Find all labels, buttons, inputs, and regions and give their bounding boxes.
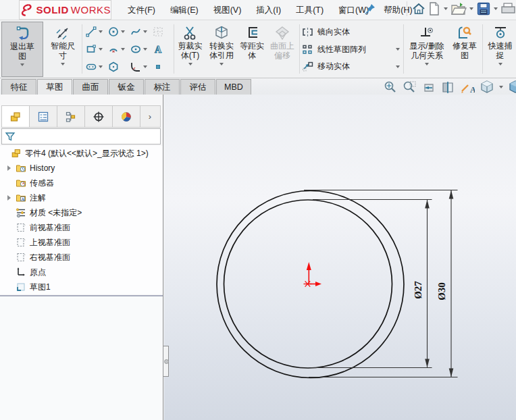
offset-entities-button[interactable]: 等距实体	[238, 22, 266, 77]
tab-features[interactable]: 特征	[1, 79, 36, 95]
circle-dropdown-icon[interactable]	[121, 30, 125, 33]
tree-root-part[interactable]: 零件4 (默认<<默认>_显示状态 1>)	[0, 146, 163, 161]
smart-dimension-icon	[55, 24, 71, 42]
menu-insert[interactable]: 插入(I)	[249, 1, 288, 20]
tab-dimxpert-manager[interactable]	[85, 106, 113, 127]
tab-evaluate[interactable]: 评估	[180, 79, 215, 95]
panel-tabs-overflow-chevron[interactable]: ›	[140, 106, 159, 127]
previous-view-icon[interactable]	[421, 80, 436, 95]
ellipse-dropdown-icon[interactable]	[143, 48, 147, 51]
tree-item-sensors[interactable]: 传感器	[0, 176, 163, 190]
linear-pattern-label: 线性草图阵列	[317, 44, 366, 55]
tab-featuremanager-tree[interactable]	[2, 106, 30, 127]
trim-entities-button[interactable]: 剪裁实体(T)	[175, 22, 205, 77]
point-tool[interactable]	[151, 58, 173, 76]
section-view-icon[interactable]	[440, 80, 455, 95]
point-icon	[152, 61, 164, 73]
save-icon[interactable]	[476, 1, 491, 16]
fillet-dropdown-icon[interactable]	[143, 65, 147, 68]
tree-item-annotations[interactable]: A 注解	[0, 190, 163, 205]
smart-dimension-dropdown-icon[interactable]	[61, 63, 65, 65]
tab-sketch[interactable]: 草图	[37, 79, 72, 95]
mirror-entities-button[interactable]: 镜向实体	[302, 24, 402, 41]
move-entities-icon	[302, 61, 313, 72]
relations-dropdown-icon[interactable]	[425, 63, 429, 65]
display-style-icon[interactable]	[508, 80, 516, 95]
spline-dropdown-icon[interactable]	[143, 30, 147, 33]
convert-dropdown-icon[interactable]	[220, 63, 224, 65]
tree-item-history[interactable]: History	[0, 161, 163, 176]
expander-icon[interactable]	[7, 195, 11, 201]
arc-dropdown-icon[interactable]	[121, 48, 125, 51]
surface-offset-label: 曲面上偏移	[269, 42, 296, 60]
zoom-to-area-icon[interactable]	[402, 80, 416, 95]
expander-icon[interactable]	[7, 165, 11, 171]
tree-item-material[interactable]: 材质 <未指定>	[0, 205, 163, 220]
tab-sheet-metal[interactable]: 钣金	[109, 79, 144, 95]
menu-view[interactable]: 视图(V)	[206, 1, 249, 20]
quick-snaps-dropdown-icon[interactable]	[498, 63, 502, 65]
smart-dimension-button[interactable]: 智能尺寸	[45, 22, 80, 77]
view-orientation-dropdown-icon[interactable]	[499, 86, 503, 88]
ellipse-tool[interactable]	[128, 41, 151, 58]
tree-item-sketch1[interactable]: 草图1	[0, 280, 163, 294]
rectangle-tool[interactable]	[84, 41, 106, 58]
view-orientation-cube-icon[interactable]	[480, 80, 494, 95]
filter-funnel-icon	[5, 131, 16, 142]
tree-item-right-plane[interactable]: 右视基准面	[0, 250, 163, 265]
repair-sketch-button[interactable]: 修复草图	[449, 22, 480, 77]
exit-sketch-button[interactable]: 退出草图	[1, 22, 43, 77]
tree-item-origin[interactable]: 原点	[0, 265, 163, 280]
graphics-area[interactable]: Ø27 Ø30	[164, 95, 516, 420]
text-tool[interactable]: A	[151, 41, 173, 58]
spline-tool[interactable]	[128, 23, 151, 41]
trim-dropdown-icon[interactable]	[188, 63, 192, 65]
quick-snaps-button[interactable]: 快速捕捉	[485, 22, 515, 77]
linear-pattern-button[interactable]: 线性草图阵列	[302, 41, 402, 59]
dimension-d27[interactable]: Ø27	[309, 200, 432, 368]
slot-tool[interactable]	[84, 58, 106, 76]
polygon-tool[interactable]	[106, 58, 128, 76]
home-icon[interactable]	[411, 1, 426, 16]
menu-tools[interactable]: 工具(T)	[288, 1, 331, 20]
menu-file[interactable]: 文件(F)	[120, 1, 163, 20]
dimension-d30[interactable]: Ø30	[304, 190, 458, 377]
rectangle-dropdown-icon[interactable]	[99, 48, 103, 51]
circle-tool[interactable]	[106, 23, 128, 41]
menu-edit[interactable]: 编辑(E)	[163, 1, 206, 20]
convert-entities-button[interactable]: 转换实体引用	[206, 22, 237, 77]
move-entities-dropdown-icon[interactable]	[396, 65, 400, 68]
tree-item-top-plane[interactable]: 上视基准面	[0, 235, 163, 250]
tab-configuration-manager[interactable]	[57, 106, 85, 127]
display-delete-relations-button[interactable]: 显示/删除几何关系	[406, 22, 448, 77]
slot-dropdown-icon[interactable]	[99, 65, 103, 68]
tree-item-front-plane[interactable]: 前视基准面	[0, 220, 163, 235]
tab-surfaces[interactable]: 曲面	[73, 79, 108, 95]
arc-tool[interactable]	[106, 41, 128, 58]
repair-sketch-icon	[457, 24, 473, 42]
move-entities-button[interactable]: 移动实体	[302, 58, 402, 76]
sensors-folder-icon	[16, 178, 26, 188]
exit-sketch-dropdown-icon[interactable]	[20, 63, 24, 66]
tab-appearances[interactable]	[113, 106, 140, 127]
panel-splitter-handle[interactable]	[163, 346, 169, 377]
open-dropdown-icon[interactable]	[469, 7, 473, 10]
line-tool[interactable]	[84, 23, 106, 41]
tab-property-manager[interactable]	[30, 106, 57, 127]
line-dropdown-icon[interactable]	[99, 30, 103, 33]
slot-icon	[85, 61, 97, 73]
open-folder-icon[interactable]	[450, 1, 467, 16]
hide-show-items-icon[interactable]: A	[460, 80, 475, 95]
tab-mbd[interactable]: MBD	[216, 79, 251, 95]
pin-menu-icon[interactable]	[365, 3, 376, 16]
print-icon-partial[interactable]	[500, 1, 515, 16]
linear-pattern-dropdown-icon[interactable]	[396, 48, 400, 51]
origin-marker[interactable]	[304, 262, 322, 287]
fillet-tool[interactable]	[128, 58, 151, 76]
tab-markup[interactable]: 标注	[145, 79, 180, 95]
new-document-icon[interactable]	[428, 1, 441, 16]
new-document-dropdown-icon[interactable]	[444, 7, 448, 10]
tree-filter-box[interactable]	[1, 128, 161, 145]
save-dropdown-icon[interactable]	[494, 7, 498, 10]
zoom-to-fit-icon[interactable]	[383, 80, 397, 95]
